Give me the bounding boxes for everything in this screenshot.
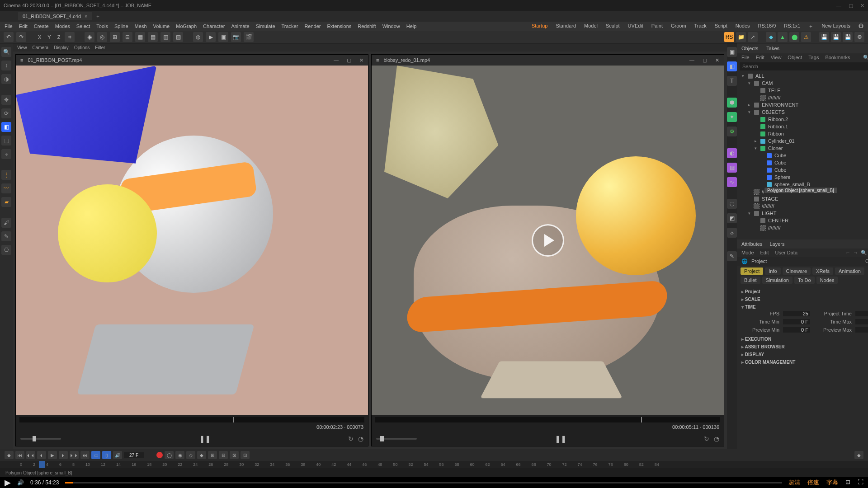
fwd-icon[interactable]: →	[853, 250, 858, 256]
tree-row[interactable]: Ribbon.1	[737, 123, 868, 130]
layout-tab[interactable]: Nodes	[736, 23, 750, 30]
layout-tab[interactable]: Standard	[556, 23, 576, 30]
attr-section-header[interactable]: EXECUTION	[741, 337, 868, 342]
workplane-icon[interactable]: ▤	[148, 32, 158, 42]
tree-row[interactable]: ▾LIGHT	[737, 210, 868, 217]
tree-row[interactable]: sphere_small_B	[737, 181, 868, 188]
menu-item[interactable]: Modes	[55, 23, 70, 29]
layout-tab[interactable]: Sculpt	[606, 23, 620, 30]
brush-icon[interactable]: ✎	[1, 231, 11, 241]
tree-row[interactable]: STAGE	[737, 195, 868, 202]
attr-mode[interactable]: Custom	[865, 258, 868, 264]
subtitles-button[interactable]: 字幕	[826, 479, 838, 487]
search-icon[interactable]: 🔍	[861, 250, 867, 256]
save-icon[interactable]: 💾	[831, 32, 841, 42]
attr-tab[interactable]: Cineware	[783, 267, 811, 275]
attr-section-header[interactable]: DISPLAY	[741, 352, 868, 357]
panel-tab-attributes[interactable]: Attributes	[741, 241, 762, 247]
om-menu-item[interactable]: File	[741, 55, 750, 60]
tree-row[interactable]: Ribbon.2	[737, 116, 868, 123]
layout-tab[interactable]: Model	[584, 23, 598, 30]
tree-row[interactable]: ▾OBJECTS	[737, 108, 868, 116]
close-tab-icon[interactable]: ×	[85, 14, 87, 19]
menu-item[interactable]: Tracker	[282, 23, 298, 29]
document-tab[interactable]: 01_RIBBON_SOFT_4.c4d ×	[18, 12, 92, 20]
tree-row[interactable]: /////////	[737, 224, 868, 231]
render-viewport[interactable]	[372, 66, 724, 415]
tree-twisty-icon[interactable]: ▸	[753, 139, 758, 143]
attr-tab[interactable]: Animation	[835, 267, 864, 275]
light-icon[interactable]: ☼	[727, 228, 737, 238]
live-select-icon[interactable]: ◑	[1, 74, 11, 84]
render-icon[interactable]: 🎬	[244, 32, 254, 42]
os-max-icon[interactable]: ▢	[849, 3, 853, 9]
tree-twisty-icon[interactable]: ▾	[741, 74, 745, 78]
coord-system-icon[interactable]: ⌗	[65, 32, 75, 42]
om-search-input[interactable]: Search	[740, 62, 868, 70]
warning-icon[interactable]: ⚠	[801, 32, 811, 42]
menu-item[interactable]: Character	[203, 23, 225, 29]
tree-row[interactable]: Cube	[737, 166, 868, 174]
om-menu-item[interactable]: Bookmarks	[825, 55, 850, 60]
om-menu-item[interactable]: Edit	[756, 55, 764, 60]
menu-item[interactable]: File	[5, 23, 13, 29]
attr-menu-item[interactable]: Mode	[741, 250, 754, 255]
layout-tab[interactable]: Track	[694, 23, 707, 30]
speed-slider[interactable]	[20, 438, 61, 440]
render-icon[interactable]: ▶	[206, 32, 216, 42]
playhead[interactable]	[39, 461, 45, 468]
save-icon[interactable]: 💾	[843, 32, 853, 42]
tree-row[interactable]: ▸ENVIRONMENT	[737, 101, 868, 108]
menu-item[interactable]: Spline	[114, 23, 128, 29]
quality-button[interactable]: 超清	[788, 479, 800, 487]
attr-tab[interactable]: To Do	[794, 277, 815, 284]
play-pause-button[interactable]: ❚❚	[555, 433, 566, 444]
key-icon[interactable]: ◆	[197, 451, 206, 459]
tree-twisty-icon[interactable]: ▾	[747, 110, 751, 114]
tmin-field[interactable]: 0 F	[783, 319, 810, 324]
object-tree[interactable]: ▾ALL▾CAM TELE /////////▸ENVIRONMENT▾OBJE…	[737, 71, 868, 239]
frame-back-icon[interactable]: ⏴	[37, 451, 46, 459]
menu-item[interactable]: Animate	[231, 23, 249, 29]
video-play-button[interactable]: ▶	[5, 478, 11, 488]
tool-icon[interactable]: ⬚	[1, 136, 11, 145]
add-layout-icon[interactable]: ＋	[808, 23, 813, 30]
menu-item[interactable]: Redshift	[358, 23, 376, 29]
deformer-icon[interactable]: ◐	[727, 148, 737, 158]
vp-menu-item[interactable]: Camera	[33, 45, 49, 50]
pmax-field[interactable]: 85 F	[855, 327, 868, 333]
autokey-icon[interactable]: ◉	[175, 451, 184, 459]
save-icon[interactable]: 💾	[819, 32, 829, 42]
attr-tab-project[interactable]: Project	[741, 267, 763, 275]
tmax-field[interactable]: 85 F	[855, 319, 868, 324]
workplane-icon[interactable]: ▥	[160, 32, 170, 42]
tree-row[interactable]: /////////	[737, 94, 868, 101]
attr-section-header[interactable]: SCALE	[741, 297, 868, 302]
brush-icon[interactable]: 🖌	[1, 218, 11, 228]
render-icon[interactable]: 📷	[231, 32, 241, 42]
tree-row[interactable]: CENTER	[737, 217, 868, 224]
menu-item[interactable]: Mesh	[135, 23, 147, 29]
pip-icon[interactable]: ⊡	[845, 479, 850, 487]
record-button[interactable]	[156, 452, 163, 458]
move-icon[interactable]: ✥	[1, 95, 11, 105]
menu-item[interactable]: Edit	[19, 23, 28, 29]
attr-tab[interactable]: Simulation	[762, 277, 793, 284]
menu-item[interactable]: MoGraph	[176, 23, 197, 29]
layout-tab[interactable]: Startup	[532, 23, 547, 30]
status-icon[interactable]: ▲	[778, 32, 788, 42]
menu-item[interactable]: Help	[406, 23, 417, 29]
layout-tab[interactable]: UVEdit	[628, 23, 643, 30]
layout-tab[interactable]: Script	[715, 23, 727, 30]
player-close-icon[interactable]: ✕	[715, 57, 719, 63]
generator-icon[interactable]: ⬢	[727, 98, 737, 108]
menu-item[interactable]: Window	[382, 23, 400, 29]
edges-mode-icon[interactable]: 〰	[1, 183, 11, 193]
tool-icon[interactable]: ⎔	[1, 245, 11, 255]
attr-tab[interactable]: Info	[765, 267, 780, 275]
clock-icon[interactable]: ◔	[714, 435, 719, 442]
step-fwd-icon[interactable]: ⏵⏵	[70, 451, 79, 459]
step-back-icon[interactable]: ⏴⏴	[26, 451, 35, 459]
gear-icon[interactable]: ⚙	[727, 127, 737, 136]
menu-item[interactable]: Volume	[153, 23, 170, 29]
